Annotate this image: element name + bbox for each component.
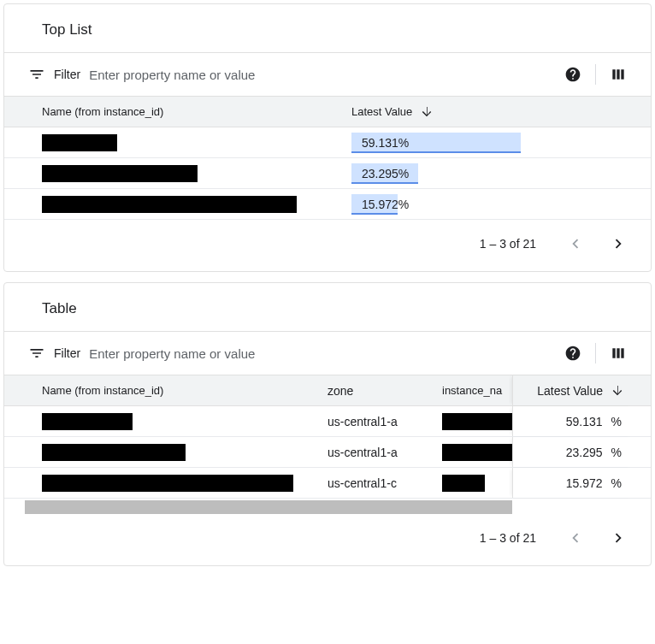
col-header-value[interactable]: Latest Value [512, 375, 634, 405]
value-text: 59.131% [351, 136, 409, 150]
help-button[interactable] [556, 336, 590, 370]
top-list-rows: 59.131%23.295%15.972% [4, 127, 651, 220]
table-panel: Table Filter Name (from instance_id) zon… [3, 282, 652, 566]
table-row[interactable]: 15.972% [4, 189, 651, 220]
prev-page-button[interactable] [558, 521, 593, 555]
cell-name [4, 165, 346, 182]
value-number: 15.972 [566, 476, 603, 490]
redacted-name [42, 475, 293, 492]
cell-value: 59.131% [346, 132, 651, 154]
cell-instance [442, 475, 512, 492]
filter-input[interactable] [89, 68, 556, 82]
value-bar-container: 23.295% [351, 162, 634, 185]
col-header-instance[interactable]: instance_na [442, 384, 512, 397]
arrow-down-icon [419, 104, 434, 120]
filter-row: Filter [4, 52, 651, 97]
cell-value: 23.295% [512, 437, 634, 467]
redacted-name [42, 196, 297, 213]
value-number: 59.131 [566, 415, 603, 428]
table-row[interactable]: us-central1-a59.131% [4, 406, 651, 437]
cell-name [4, 444, 328, 461]
cell-zone: us-central1-a [328, 446, 442, 459]
col-header-value[interactable]: Latest Value [346, 104, 651, 120]
divider [595, 64, 596, 85]
redacted-name [42, 165, 198, 182]
arrow-down-icon [610, 383, 625, 399]
cell-name [4, 134, 346, 151]
redacted-instance [442, 475, 485, 492]
filter-icon [28, 66, 45, 83]
filter-label: Filter [54, 346, 80, 360]
pager: 1 – 3 of 21 [4, 220, 651, 261]
redacted-name [42, 413, 133, 430]
value-text: 23.295% [351, 167, 409, 180]
table-row[interactable]: us-central1-c15.972% [4, 468, 651, 499]
cell-value: 23.295% [346, 162, 651, 185]
cell-zone: us-central1-c [328, 476, 442, 490]
value-unit: % [611, 476, 622, 490]
pager: 1 – 3 of 21 [4, 514, 651, 555]
value-text: 15.972% [351, 198, 409, 211]
cell-instance [442, 413, 512, 430]
table-row[interactable]: 23.295% [4, 158, 651, 189]
cell-name [4, 413, 328, 430]
redacted-name [42, 444, 186, 461]
cell-zone: us-central1-a [328, 415, 442, 428]
filter-row: Filter [4, 331, 651, 375]
value-bar-container: 59.131% [351, 132, 634, 154]
redacted-name [42, 134, 117, 151]
cell-value: 15.972% [512, 468, 634, 498]
filter-input[interactable] [89, 346, 556, 361]
next-page-button[interactable] [601, 227, 635, 261]
help-button[interactable] [556, 57, 590, 92]
filter-left: Filter [28, 66, 556, 83]
table-row[interactable]: us-central1-a23.295% [4, 437, 651, 468]
cell-value: 59.131% [512, 406, 634, 436]
cell-instance [442, 444, 512, 461]
value-unit: % [611, 446, 622, 459]
value-bar-container: 15.972% [351, 193, 634, 216]
columns-button[interactable] [601, 336, 635, 370]
cell-name [4, 196, 346, 213]
next-page-button[interactable] [601, 521, 635, 555]
table-rows: us-central1-a59.131%us-central1-a23.295%… [4, 406, 651, 499]
columns-button[interactable] [601, 57, 635, 92]
filter-icon [28, 345, 45, 362]
value-unit: % [611, 415, 622, 428]
redacted-instance [442, 413, 512, 430]
filter-left: Filter [28, 345, 556, 362]
pager-text: 1 – 3 of 21 [480, 531, 536, 545]
panel-title: Top List [4, 4, 651, 52]
divider [595, 343, 596, 363]
panel-title: Table [4, 283, 651, 331]
prev-page-button[interactable] [558, 227, 593, 261]
value-number: 23.295 [566, 446, 603, 459]
table-header: Name (from instance_id) Latest Value [4, 97, 651, 127]
cell-value: 15.972% [346, 193, 651, 216]
col-header-name[interactable]: Name (from instance_id) [4, 384, 328, 397]
col-header-zone[interactable]: zone [328, 384, 442, 398]
filter-label: Filter [54, 68, 80, 81]
table-row[interactable]: 59.131% [4, 127, 651, 158]
cell-name [4, 475, 328, 492]
table-header: Name (from instance_id) zone instance_na… [4, 375, 651, 406]
col-header-name[interactable]: Name (from instance_id) [4, 105, 346, 118]
redacted-instance [442, 444, 512, 461]
horizontal-scrollbar[interactable] [25, 500, 512, 514]
pager-text: 1 – 3 of 21 [480, 237, 536, 251]
top-list-panel: Top List Filter Name (from instance_id) … [3, 3, 652, 272]
